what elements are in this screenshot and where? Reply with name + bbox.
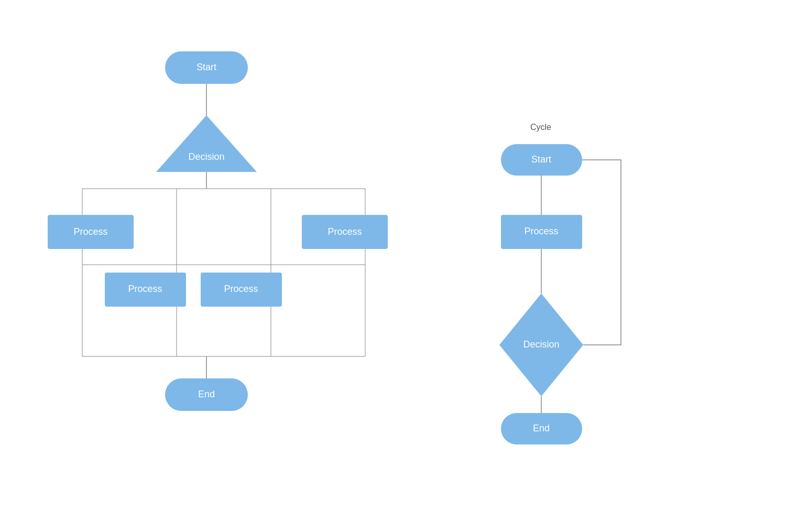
process-center-left-label: Process: [128, 284, 162, 294]
diagram-container: Start Decision Process Process Process P…: [0, 0, 786, 532]
start-label-1: Start: [196, 62, 216, 72]
decision-node-1[interactable]: [156, 115, 257, 172]
cycle-back-line: [582, 160, 621, 345]
end-label-2: End: [533, 423, 550, 433]
start-label-2: Start: [531, 154, 551, 165]
process-top-right-label: Process: [328, 226, 362, 237]
cycle-title: Cycle: [530, 123, 551, 132]
decision-label-1: Decision: [188, 151, 224, 162]
process-label-2: Process: [524, 226, 558, 236]
process-top-left-label: Process: [73, 226, 107, 237]
process-center-right-label: Process: [224, 284, 258, 294]
end-label-1: End: [198, 389, 215, 399]
decision-label-2: Decision: [523, 339, 559, 350]
